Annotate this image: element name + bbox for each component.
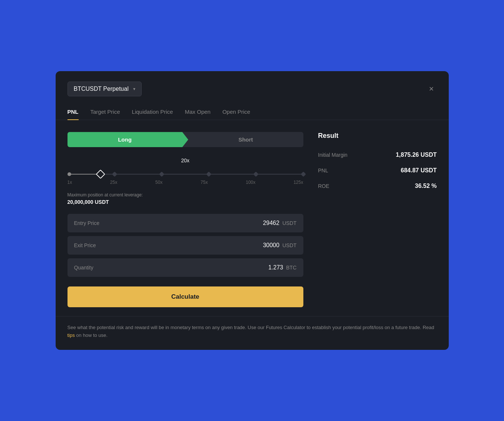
calculator-modal: BTCUSDT Perpetual ▾ × PNL Target Price L…: [56, 71, 449, 350]
slider-label-125x: 125x: [293, 180, 303, 185]
slider-label-25x: 25x: [110, 180, 117, 185]
left-panel: Long Short 20x: [67, 132, 303, 307]
entry-price-value-group: 29462 USDT: [263, 220, 297, 226]
chevron-down-icon: ▾: [133, 86, 135, 92]
exit-price-label: Exit Price: [74, 242, 96, 248]
modal-body: Long Short 20x: [56, 120, 449, 316]
slider-thumb[interactable]: [96, 169, 105, 179]
footer-text-after: on how to use.: [75, 332, 108, 338]
tab-max-open[interactable]: Max Open: [185, 104, 210, 120]
quantity-value-group: 1.273 BTC: [268, 264, 296, 271]
initial-margin-label: Initial Margin: [318, 152, 347, 158]
result-title: Result: [318, 132, 437, 140]
result-row-pnl: PNL 684.87 USDT: [318, 167, 437, 174]
quantity-label: Quantity: [74, 265, 93, 271]
slider-label-1x: 1x: [67, 180, 72, 185]
result-row-initial-margin: Initial Margin 1,875.26 USDT: [318, 152, 437, 158]
modal-footer: See what the potential risk and reward w…: [56, 316, 449, 350]
tab-liquidation-price[interactable]: Liquidation Price: [132, 104, 173, 120]
slider-tick-75x[interactable]: [206, 172, 211, 177]
footer-text: See what the potential risk and reward w…: [67, 324, 437, 339]
quantity-value: 1.273: [268, 264, 283, 271]
slider-track: [67, 174, 303, 175]
slider-label-100x: 100x: [246, 180, 256, 185]
slider-tick-50x[interactable]: [159, 172, 164, 177]
long-button[interactable]: Long: [67, 132, 188, 147]
roe-label: ROE: [318, 183, 329, 189]
entry-price-value: 29462: [263, 220, 280, 226]
entry-price-label: Entry Price: [74, 220, 99, 226]
result-row-roe: ROE 36.52 %: [318, 183, 437, 189]
entry-price-field[interactable]: Entry Price 29462 USDT: [67, 214, 303, 232]
quantity-unit: BTC: [286, 265, 297, 271]
slider-tick-100x[interactable]: [253, 172, 258, 177]
max-position-value: 20,000,000 USDT: [67, 199, 303, 205]
leverage-slider[interactable]: 1x 25x 50x 75x 100x 125x: [67, 166, 303, 188]
right-panel: Result Initial Margin 1,875.26 USDT PNL …: [318, 132, 437, 307]
slider-tick-25x[interactable]: [112, 172, 117, 177]
exit-price-unit: USDT: [282, 242, 296, 248]
leverage-section: 20x 1x 25x: [67, 158, 303, 205]
entry-price-unit: USDT: [282, 220, 296, 226]
initial-margin-value: 1,875.26 USDT: [396, 152, 437, 158]
slider-fill: [67, 174, 101, 175]
exit-price-field[interactable]: Exit Price 30000 USDT: [67, 236, 303, 255]
roe-value: 36.52 %: [415, 183, 437, 189]
short-button[interactable]: Short: [188, 132, 303, 147]
max-position: Maximum position at current leverage: 20…: [67, 192, 303, 205]
symbol-dropdown[interactable]: BTCUSDT Perpetual ▾: [67, 82, 142, 96]
calculate-button[interactable]: Calculate: [67, 286, 303, 307]
symbol-label: BTCUSDT Perpetual: [74, 86, 129, 92]
exit-price-value: 30000: [263, 242, 280, 249]
long-short-toggle: Long Short: [67, 132, 303, 147]
footer-text-before: See what the potential risk and reward w…: [67, 325, 434, 330]
leverage-value: 20x: [67, 158, 303, 163]
tab-bar: PNL Target Price Liquidation Price Max O…: [56, 104, 449, 120]
close-button[interactable]: ×: [426, 83, 437, 95]
modal-header: BTCUSDT Perpetual ▾ ×: [56, 71, 449, 104]
slider-labels: 1x 25x 50x 75x 100x 125x: [67, 180, 303, 185]
slider-label-75x: 75x: [201, 180, 208, 185]
quantity-field[interactable]: Quantity 1.273 BTC: [67, 258, 303, 277]
tab-pnl[interactable]: PNL: [67, 104, 79, 120]
tips-link[interactable]: tips: [67, 332, 75, 338]
slider-label-50x: 50x: [155, 180, 162, 185]
pnl-value: 684.87 USDT: [401, 167, 437, 174]
max-position-text: Maximum position at current leverage:: [67, 192, 303, 198]
tab-open-price[interactable]: Open Price: [223, 104, 250, 120]
pnl-label: PNL: [318, 168, 328, 173]
slider-tick-125x[interactable]: [300, 172, 306, 177]
tab-target-price[interactable]: Target Price: [90, 104, 120, 120]
exit-price-value-group: 30000 USDT: [263, 242, 297, 249]
